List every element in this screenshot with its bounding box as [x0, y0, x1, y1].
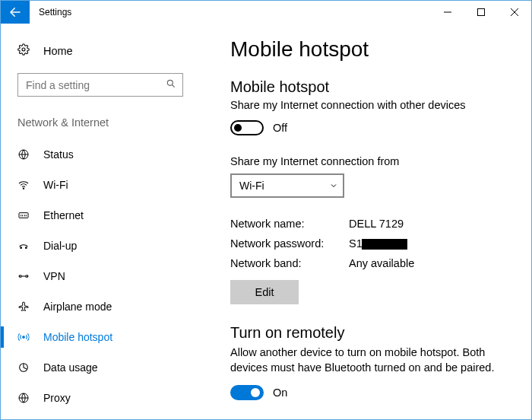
dialup-icon — [17, 240, 30, 252]
sidebar-item-airplane[interactable]: Airplane mode — [1, 291, 200, 322]
proxy-icon — [17, 392, 30, 404]
window-title: Settings — [30, 1, 81, 24]
minimize-button[interactable] — [431, 1, 464, 24]
page-title: Mobile hotspot — [230, 37, 508, 62]
sidebar-item-label: Dial-up — [43, 240, 77, 252]
sidebar-item-mobile-hotspot[interactable]: Mobile hotspot — [1, 322, 200, 352]
share-from-label: Share my Internet connection from — [230, 155, 508, 167]
sidebar-item-proxy[interactable]: Proxy — [1, 383, 200, 413]
sidebar-item-label: Mobile hotspot — [43, 331, 112, 343]
toggle-knob — [251, 388, 260, 397]
sidebar-item-vpn[interactable]: VPN — [1, 261, 200, 291]
hotspot-toggle[interactable] — [230, 120, 264, 135]
svg-rect-0 — [478, 9, 485, 16]
chevron-down-icon — [329, 181, 338, 190]
sidebar-item-label: VPN — [43, 270, 65, 282]
section-hotspot-desc: Share my Internet connection with other … — [230, 99, 508, 111]
svg-point-1 — [22, 48, 25, 51]
titlebar: Settings — [1, 1, 531, 24]
mobile-hotspot-icon — [17, 331, 30, 343]
maximize-button[interactable] — [464, 1, 498, 24]
network-password-value: S1 — [349, 237, 407, 250]
sidebar-item-data-usage[interactable]: Data usage — [1, 352, 200, 383]
svg-rect-5 — [19, 213, 28, 218]
gear-icon — [17, 43, 30, 58]
svg-point-4 — [23, 188, 24, 189]
edit-button[interactable]: Edit — [230, 280, 299, 304]
main-pane: Mobile hotspot Mobile hotspot Share my I… — [200, 24, 531, 419]
search-input[interactable] — [24, 78, 166, 92]
search-icon — [166, 78, 176, 91]
svg-point-9 — [26, 275, 28, 278]
data-usage-icon — [17, 361, 30, 374]
sidebar-item-label: Data usage — [43, 361, 98, 374]
sidebar-item-label: Proxy — [43, 392, 71, 404]
arrow-left-icon — [8, 5, 22, 19]
maximize-icon — [477, 8, 485, 16]
svg-point-2 — [167, 80, 173, 85]
share-from-value: Wi-Fi — [239, 180, 264, 192]
svg-point-10 — [23, 336, 25, 339]
sidebar-item-label: Wi-Fi — [43, 179, 68, 191]
sidebar: Home Network & Internet Status Wi-Fi — [1, 24, 200, 419]
remote-toggle[interactable] — [230, 385, 264, 400]
sidebar-item-label: Airplane mode — [43, 301, 112, 313]
sidebar-group-header: Network & Internet — [1, 116, 200, 129]
minimize-icon — [444, 8, 451, 16]
password-redacted — [362, 239, 407, 250]
share-from-select[interactable]: Wi-Fi — [230, 173, 344, 198]
ethernet-icon — [17, 209, 30, 221]
network-password-label: Network password: — [230, 237, 349, 250]
svg-point-8 — [20, 275, 22, 278]
network-band-label: Network band: — [230, 257, 349, 269]
status-icon — [17, 148, 30, 161]
search-input-wrap[interactable] — [17, 73, 183, 97]
toggle-knob — [234, 124, 242, 132]
sidebar-home-label: Home — [43, 45, 73, 57]
sidebar-item-ethernet[interactable]: Ethernet — [1, 200, 200, 231]
section-hotspot-title: Mobile hotspot — [230, 78, 508, 96]
wifi-icon — [17, 179, 30, 191]
section-remote-desc: Allow another device to turn on mobile h… — [230, 345, 508, 376]
network-band-value: Any available — [349, 257, 414, 269]
back-button[interactable] — [1, 1, 30, 24]
svg-point-6 — [21, 247, 22, 249]
close-button[interactable] — [498, 1, 531, 24]
vpn-icon — [17, 270, 30, 282]
sidebar-item-label: Ethernet — [43, 209, 84, 221]
hotspot-toggle-label: Off — [273, 122, 287, 134]
sidebar-home[interactable]: Home — [1, 39, 200, 62]
network-name-value: DELL 7129 — [349, 218, 404, 230]
close-icon — [511, 8, 518, 16]
svg-point-7 — [26, 247, 27, 249]
sidebar-item-wifi[interactable]: Wi-Fi — [1, 170, 200, 200]
airplane-icon — [17, 301, 30, 313]
network-name-label: Network name: — [230, 218, 349, 230]
section-remote-title: Turn on remotely — [230, 324, 508, 342]
remote-toggle-label: On — [273, 387, 287, 399]
sidebar-item-label: Status — [43, 148, 74, 161]
sidebar-item-status[interactable]: Status — [1, 139, 200, 170]
sidebar-item-dialup[interactable]: Dial-up — [1, 231, 200, 261]
